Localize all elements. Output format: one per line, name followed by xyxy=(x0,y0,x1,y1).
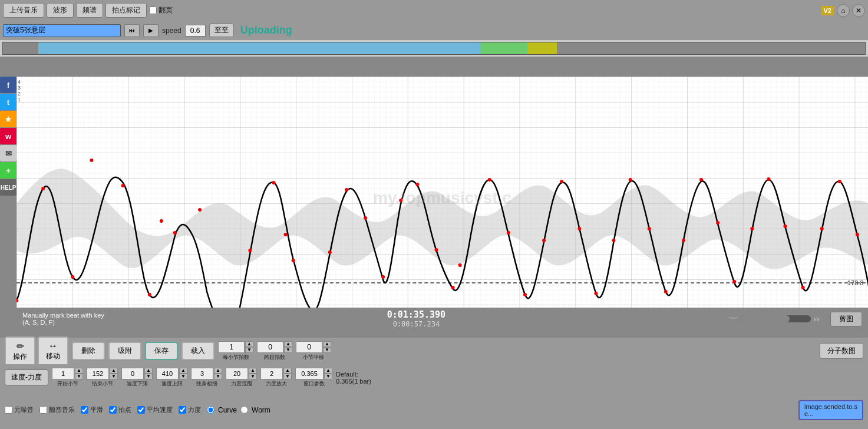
force-range-down[interactable]: ▼ xyxy=(249,374,257,380)
fanye-checkbox-group: 翻页 xyxy=(149,5,173,15)
plus-icon[interactable]: + xyxy=(0,162,16,179)
noise-label: 元噪音 xyxy=(14,405,34,414)
svg-point-8 xyxy=(160,219,163,223)
image-sent-text: image.sended.to.se... xyxy=(798,400,863,420)
speed-max-input[interactable] xyxy=(156,368,179,380)
waveform-button[interactable]: 波形 xyxy=(47,3,74,18)
window-param-input[interactable] xyxy=(295,368,324,380)
speed-max-up[interactable]: ▲ xyxy=(179,368,187,374)
speed-max-down[interactable]: ▼ xyxy=(179,374,187,380)
delete-button[interactable]: 删除 xyxy=(72,342,105,360)
line-width-label: 线条粗细 xyxy=(196,380,217,388)
line-width-up[interactable]: ▲ xyxy=(214,368,222,374)
random-checkbox[interactable] xyxy=(39,406,47,414)
star-icon[interactable]: ★ xyxy=(0,111,16,127)
curve-label: Curve xyxy=(218,406,237,414)
bar-shift-spinners: ▲ ▼ xyxy=(323,341,331,353)
play-button[interactable]: ▶ xyxy=(143,24,159,37)
force-max-input[interactable] xyxy=(260,368,283,380)
end-bar-input[interactable] xyxy=(87,368,109,380)
facebook-icon[interactable]: f xyxy=(0,77,16,93)
svg-point-5 xyxy=(90,159,93,162)
fenzhi-button[interactable]: 分子数图 xyxy=(820,343,863,359)
start-bar-input[interactable] xyxy=(52,368,74,380)
window-param-label: 窗口参数 xyxy=(303,380,325,388)
smooth-checkbox[interactable] xyxy=(81,406,88,414)
curve-radio[interactable] xyxy=(207,406,214,414)
beat-mark-button[interactable]: 拍点标记 xyxy=(105,3,147,18)
beatdot-checkbox[interactable] xyxy=(109,406,117,414)
save-button[interactable]: 保存 xyxy=(145,342,178,360)
force-range-input[interactable] xyxy=(226,368,248,380)
span-beats-down[interactable]: ▼ xyxy=(284,347,292,353)
span-beats-up[interactable]: ▲ xyxy=(284,341,292,347)
weibo-icon[interactable]: w xyxy=(0,128,16,144)
controls-row3: 元噪音 颤音音乐 平滑 拍点 平均速度 力度 Curve Worm image.… xyxy=(0,391,868,429)
start-bar-up[interactable]: ▲ xyxy=(75,368,83,374)
smooth-checkbox-group: 平滑 xyxy=(81,405,103,414)
force-max-up[interactable]: ▲ xyxy=(283,368,292,374)
beats-per-bar-input[interactable] xyxy=(218,341,245,353)
end-bar-down[interactable]: ▼ xyxy=(110,374,118,380)
bar-shift-down[interactable]: ▼ xyxy=(323,347,331,353)
speed-min-input[interactable] xyxy=(121,368,144,380)
bar-shift-input[interactable] xyxy=(296,341,322,353)
avgspeed-checkbox[interactable] xyxy=(137,406,145,414)
line-width-input[interactable] xyxy=(191,368,213,380)
bar-shift-row: ▲ ▼ xyxy=(296,341,331,353)
window-param-down[interactable]: ▼ xyxy=(324,374,332,380)
force-max-down[interactable]: ▼ xyxy=(283,374,292,380)
noise-checkbox[interactable] xyxy=(5,406,12,414)
twitter-icon[interactable]: t xyxy=(0,94,16,110)
end-bar-up[interactable]: ▲ xyxy=(110,368,118,374)
beats-per-bar-down[interactable]: ▼ xyxy=(245,347,253,353)
svg-point-25 xyxy=(458,263,462,267)
window-param-up[interactable]: ▲ xyxy=(324,368,332,374)
worm-radio[interactable] xyxy=(240,406,248,414)
waveform-bar[interactable] xyxy=(2,42,866,55)
span-beats-spinners: ▲ ▼ xyxy=(284,341,292,353)
help-icon[interactable]: HELP xyxy=(0,179,16,196)
speed-min-up[interactable]: ▲ xyxy=(144,368,153,374)
home-button[interactable]: ⌂ xyxy=(837,4,850,17)
speed-force-button[interactable]: 速度-力度 xyxy=(5,369,48,385)
svg-point-24 xyxy=(451,286,455,289)
operate-move-btns: ✏ 操作 ↔ 移动 xyxy=(5,336,68,366)
spectrum-button[interactable]: 频谱 xyxy=(76,3,103,18)
move-button[interactable]: ↔ 移动 xyxy=(38,336,68,366)
close-button[interactable]: ✕ xyxy=(852,4,865,17)
svg-text:3: 3 xyxy=(18,85,21,91)
operate-button[interactable]: ✏ 操作 xyxy=(5,336,35,366)
smooth-label: 平滑 xyxy=(90,405,103,414)
force-range-up[interactable]: ▲ xyxy=(249,368,257,374)
svg-point-23 xyxy=(434,248,438,252)
start-bar-down[interactable]: ▼ xyxy=(75,374,83,380)
line-width-down[interactable]: ▼ xyxy=(214,374,222,380)
svg-text:1: 1 xyxy=(18,97,21,103)
fanye-checkbox[interactable] xyxy=(149,6,157,14)
confirm-button[interactable]: 至至 xyxy=(209,24,234,37)
span-beats-input[interactable] xyxy=(257,341,283,353)
beats-per-bar-up[interactable]: ▲ xyxy=(245,341,253,347)
svg-point-31 xyxy=(577,227,581,230)
waveform-green xyxy=(480,42,527,55)
attach-button[interactable]: 吸附 xyxy=(108,342,141,360)
mail-icon[interactable]: ✉ xyxy=(0,145,16,161)
song-name-input[interactable] xyxy=(3,24,121,37)
bar-shift-group: ▲ ▼ 小节平移 xyxy=(296,341,331,361)
jiandao-button[interactable]: 剪图 xyxy=(830,312,862,326)
default-label: Default: xyxy=(336,371,371,378)
svg-point-12 xyxy=(248,249,252,252)
force-checkbox[interactable] xyxy=(179,406,186,414)
bar-shift-up[interactable]: ▲ xyxy=(323,341,331,347)
speed-max-label: 速度上限 xyxy=(161,380,183,388)
speed-min-down[interactable]: ▼ xyxy=(144,374,153,380)
rewind-button[interactable]: ⏮ xyxy=(124,24,140,37)
start-bar-label: 开始小节 xyxy=(57,380,78,388)
speed-input[interactable] xyxy=(185,25,206,37)
speed-slider[interactable] xyxy=(740,315,811,322)
beats-per-bar-group: ▲ ▼ 每小节拍数 xyxy=(218,341,253,361)
upload-music-button[interactable]: 上传音乐 xyxy=(3,3,44,18)
load-button[interactable]: 载入 xyxy=(181,342,214,360)
bar-shift-label: 小节平移 xyxy=(303,354,324,361)
